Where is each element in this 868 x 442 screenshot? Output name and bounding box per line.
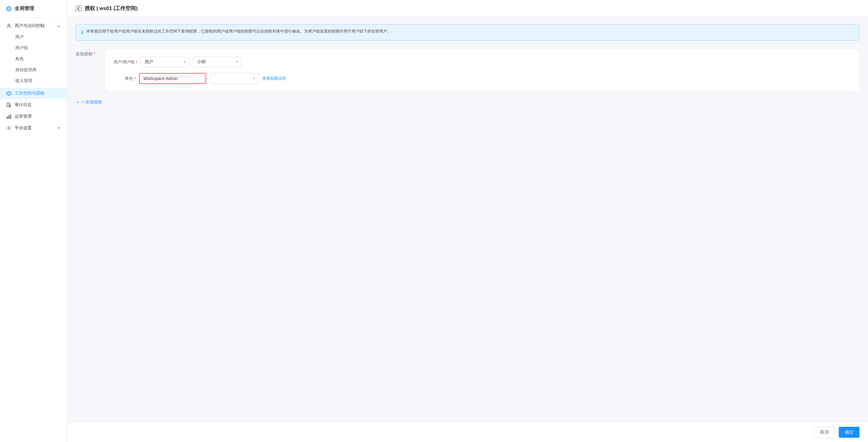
sidebar-item-audit-label: 审计日志 — [14, 102, 32, 108]
sidebar-item-users[interactable]: 用户 — [0, 32, 67, 43]
role-input-value: Workspace Admin — [144, 76, 178, 81]
add-auth-label: 添加授权 * — [75, 49, 100, 57]
svg-point-17 — [8, 128, 10, 129]
user-group-row: 用户/用户组 • 用户 ▾ 小明 ▾ — [114, 57, 850, 68]
sidebar-item-platform-label: 平台设置 — [14, 125, 32, 131]
page-title: 授权 | ws01 (工作空间) — [85, 5, 138, 12]
ops-icon — [6, 114, 11, 119]
user-icon — [6, 23, 11, 29]
sidebar-item-workspace-label: 工作空间与层级 — [14, 91, 44, 96]
info-icon: ℹ — [81, 29, 83, 36]
chevron-up-icon: ▲ — [57, 24, 61, 28]
type-select-chevron: ▾ — [184, 60, 185, 64]
auth-form: 添加授权 * 用户/用户组 • 用户 ▾ — [75, 49, 860, 107]
workspace-icon — [6, 91, 11, 96]
sidebar-item-user-access-label: 用户与访问控制 — [14, 23, 44, 29]
sidebar-item-workspace[interactable]: 工作空间与层级 — [0, 88, 67, 99]
sidebar-item-identity[interactable]: 身份提供商 — [0, 65, 67, 75]
sidebar-item-roles[interactable]: 角色 — [0, 54, 67, 65]
confirm-button[interactable]: 确定 — [839, 427, 860, 438]
main-header: 授权 | ws01 (工作空间) — [67, 0, 868, 17]
role-extra-chevron: ▾ — [253, 76, 255, 80]
svg-point-5 — [8, 24, 10, 26]
sidebar-item-operations[interactable]: 运营管理 — [0, 111, 67, 122]
type-select[interactable]: 用户 ▾ — [141, 57, 189, 68]
sidebar-item-operations-label: 运营管理 — [14, 114, 32, 119]
main-footer: 取消 确定 — [67, 422, 868, 442]
sidebar-logo: 全局管理 — [0, 0, 67, 18]
sidebar-item-access[interactable]: 接入管理 — [0, 75, 67, 87]
info-banner: ℹ 本界面仅用于给用户或用户组在未授权过的工作空间下新增权限，已授权的用户或用户… — [75, 24, 860, 40]
info-banner-text: 本界面仅用于给用户或用户组在未授权过的工作空间下新增权限，已授权的用户或用户组的… — [86, 28, 391, 35]
sidebar-item-platform[interactable]: 平台设置 ▼ — [0, 122, 67, 134]
main-content: 授权 | ws01 (工作空间) ℹ 本界面仅用于给用户或用户组在未授权过的工作… — [67, 0, 868, 442]
sidebar-logo-text: 全局管理 — [14, 5, 34, 12]
name-select-value: 小明 — [197, 59, 206, 65]
cancel-button[interactable]: 取消 — [814, 427, 835, 438]
svg-rect-16 — [10, 115, 11, 118]
role-input[interactable]: Workspace Admin — [139, 73, 206, 84]
add-auth-plus: ＋ — [75, 99, 80, 105]
audit-icon — [6, 102, 11, 108]
add-auth-label: + 添加授权 — [82, 99, 102, 105]
name-select[interactable]: 小明 ▾ — [193, 57, 242, 68]
sidebar-children-user-access: 用户 用户组 角色 身份提供商 接入管理 — [0, 32, 67, 87]
sidebar-section-user-access: 用户与访问控制 ▲ 用户 用户组 角色 身份提供商 接入管理 — [0, 20, 67, 87]
settings-icon — [6, 125, 11, 131]
required-star: * — [94, 52, 95, 56]
view-permission-link[interactable]: 查看权限说明 — [262, 76, 286, 81]
role-row: 角色 • Workspace Admin ▾ 查看权限说明 — [114, 73, 850, 84]
auth-form-row: 添加授权 * 用户/用户组 • 用户 ▾ — [75, 49, 860, 92]
role-extra-select[interactable]: ▾ — [210, 73, 258, 84]
svg-rect-14 — [7, 117, 8, 118]
chevron-down-icon: ▼ — [57, 126, 61, 130]
sidebar-item-groups[interactable]: 用户组 — [0, 43, 67, 54]
svg-marker-7 — [8, 93, 10, 95]
sidebar: 全局管理 用户与访问控制 ▲ 用户 用户组 — [0, 0, 67, 442]
name-select-chevron: ▾ — [236, 60, 238, 64]
main-body: ℹ 本界面仅用于给用户或用户组在未授权过的工作空间下新增权限，已授权的用户或用户… — [67, 17, 868, 422]
sidebar-item-audit[interactable]: 审计日志 — [0, 99, 67, 111]
user-group-label: 用户/用户组 • — [114, 59, 137, 65]
type-select-value: 用户 — [145, 59, 153, 65]
sidebar-item-user-access[interactable]: 用户与访问控制 ▲ — [0, 20, 67, 32]
globe-icon — [6, 6, 11, 11]
form-card: 用户/用户组 • 用户 ▾ 小明 ▾ — [105, 49, 860, 92]
back-button[interactable] — [75, 5, 82, 11]
svg-rect-15 — [8, 116, 9, 118]
role-label: 角色 • — [114, 76, 135, 81]
sidebar-menu: 用户与访问控制 ▲ 用户 用户组 角色 身份提供商 接入管理 — [0, 18, 67, 442]
add-auth-button[interactable]: ＋ + 添加授权 — [75, 98, 860, 107]
